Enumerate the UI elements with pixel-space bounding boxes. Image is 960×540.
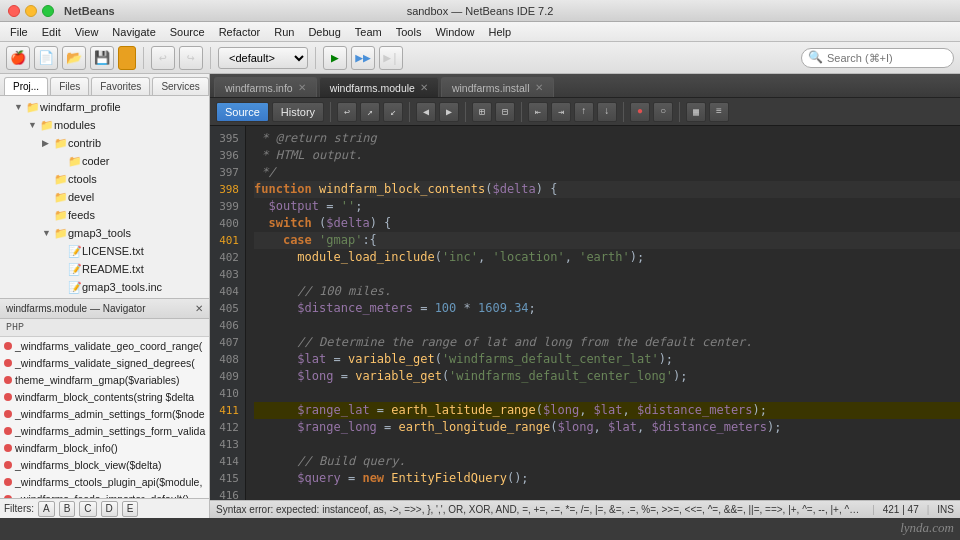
code-line-402: module_load_include('inc', 'location', '… — [254, 249, 960, 266]
tree-readme[interactable]: 📝 README.txt — [0, 260, 209, 278]
menu-item-team[interactable]: Team — [349, 22, 388, 42]
ed-btn-13[interactable]: ○ — [653, 102, 673, 122]
history-view-button[interactable]: History — [272, 102, 324, 122]
line-num-397: 397 — [216, 164, 239, 181]
ed-btn-7[interactable]: ⊟ — [495, 102, 515, 122]
filter-btn-a[interactable]: A — [38, 501, 55, 517]
tab-windfarms-install[interactable]: windfarms.install ✕ — [441, 77, 554, 97]
editor-toolbar: Source History ↩ ↗ ↙ ◀ ▶ ⊞ ⊟ ⇤ ⇥ ↑ ↓ ● ○… — [210, 98, 960, 126]
code-line-403 — [254, 266, 960, 283]
tree-ctools[interactable]: 📁 ctools — [0, 170, 209, 188]
menu-item-debug[interactable]: Debug — [302, 22, 346, 42]
filter-btn-c[interactable]: C — [79, 501, 96, 517]
nav-item-10[interactable]: _windfarms_feeds_importer_default() — [0, 490, 209, 498]
window-controls[interactable] — [8, 5, 54, 17]
nav-item-2[interactable]: _windfarms_validate_signed_degrees( — [0, 354, 209, 371]
ed-btn-1[interactable]: ↩ — [337, 102, 357, 122]
tab-close-3[interactable]: ✕ — [535, 82, 543, 93]
code-editor[interactable]: 395 396 397 398 399 400 401 402 403 404 … — [210, 126, 960, 500]
nav-item-6[interactable]: _windfarms_admin_settings_form_valida — [0, 422, 209, 439]
line-num-401: 401 — [216, 232, 239, 249]
minimize-button[interactable] — [25, 5, 37, 17]
ed-btn-8[interactable]: ⇤ — [528, 102, 548, 122]
redo-button[interactable]: ↪ — [179, 46, 203, 70]
new-file-button[interactable]: 📄 — [34, 46, 58, 70]
tab-files[interactable]: Files — [50, 77, 89, 95]
ed-btn-9[interactable]: ⇥ — [551, 102, 571, 122]
tab-projects[interactable]: Proj... — [4, 77, 48, 95]
nav-item-9[interactable]: _windfarms_ctools_plugin_api($module, — [0, 473, 209, 490]
tree-coder[interactable]: 📁 coder — [0, 152, 209, 170]
ed-btn-6[interactable]: ⊞ — [472, 102, 492, 122]
tab-close-1[interactable]: ✕ — [298, 82, 306, 93]
menu-item-tools[interactable]: Tools — [390, 22, 428, 42]
run-button[interactable]: ▶ — [323, 46, 347, 70]
line-num-400: 400 — [216, 215, 239, 232]
menu-item-view[interactable]: View — [69, 22, 105, 42]
menu-item-navigate[interactable]: Navigate — [106, 22, 161, 42]
tree-contrib[interactable]: ▶ 📁 contrib — [0, 134, 209, 152]
editor-toolbar-sep-1 — [330, 102, 331, 122]
nav-item-5[interactable]: _windfarms_admin_settings_form($node — [0, 405, 209, 422]
code-line-409: $long = variable_get('windfarms_default_… — [254, 368, 960, 385]
debug-button[interactable]: ▶▶ — [351, 46, 375, 70]
tab-close-2[interactable]: ✕ — [420, 82, 428, 93]
save-button[interactable]: 💾 — [90, 46, 114, 70]
tree-root[interactable]: ▼ 📁 windfarm_profile — [0, 98, 209, 116]
ed-btn-14[interactable]: ▦ — [686, 102, 706, 122]
menu-item-help[interactable]: Help — [483, 22, 518, 42]
toolbar-btn-2[interactable] — [118, 46, 136, 70]
menu-item-refactor[interactable]: Refactor — [213, 22, 267, 42]
nav-item-4[interactable]: windfarm_block_contents(string $delta — [0, 388, 209, 405]
navigator-panel: windfarms.module — Navigator ✕ PHP _wind… — [0, 298, 209, 518]
source-view-button[interactable]: Source — [216, 102, 269, 122]
tree-gmap3-inc[interactable]: 📝 gmap3_tools.inc — [0, 278, 209, 296]
menu-item-file[interactable]: File — [4, 22, 34, 42]
filter-btn-e[interactable]: E — [122, 501, 139, 517]
tree-gmap3-tools[interactable]: ▼ 📁 gmap3_tools — [0, 224, 209, 242]
tab-windfarms-module[interactable]: windfarms.module ✕ — [319, 77, 439, 97]
code-lines[interactable]: * @return string * HTML output. */ funct… — [246, 126, 960, 500]
tree-devel[interactable]: 📁 devel — [0, 188, 209, 206]
navigator-type: PHP — [0, 319, 209, 337]
ed-btn-2[interactable]: ↗ — [360, 102, 380, 122]
nav-item-3[interactable]: theme_windfarm_gmap($variables) — [0, 371, 209, 388]
tree-feeds-label: feeds — [68, 209, 95, 221]
tab-windfarms-info[interactable]: windfarms.info ✕ — [214, 77, 317, 97]
toolbar: 🍎 📄 📂 💾 ↩ ↪ <default> ▶ ▶▶ ▶| 🔍 — [0, 42, 960, 74]
ed-btn-15[interactable]: ≡ — [709, 102, 729, 122]
filter-btn-b[interactable]: B — [59, 501, 76, 517]
menu-item-window[interactable]: Window — [429, 22, 480, 42]
ed-btn-4[interactable]: ◀ — [416, 102, 436, 122]
config-select[interactable]: <default> — [218, 47, 308, 69]
nav-item-8[interactable]: _windfarms_block_view($delta) — [0, 456, 209, 473]
search-input[interactable] — [827, 52, 947, 64]
ed-btn-11[interactable]: ↓ — [597, 102, 617, 122]
tree-feeds[interactable]: 📁 feeds — [0, 206, 209, 224]
menu-item-run[interactable]: Run — [268, 22, 300, 42]
ed-btn-3[interactable]: ↙ — [383, 102, 403, 122]
ed-btn-5[interactable]: ▶ — [439, 102, 459, 122]
tab-favorites[interactable]: Favorites — [91, 77, 150, 95]
test-button[interactable]: ▶| — [379, 46, 403, 70]
tree-license[interactable]: 📝 LICENSE.txt — [0, 242, 209, 260]
open-file-button[interactable]: 📂 — [62, 46, 86, 70]
nav-item-7[interactable]: windfarm_block_info() — [0, 439, 209, 456]
status-sep-1: | — [872, 504, 875, 515]
undo-button[interactable]: ↩ — [151, 46, 175, 70]
ed-btn-10[interactable]: ↑ — [574, 102, 594, 122]
filters-label: Filters: — [4, 503, 34, 514]
navigator-close[interactable]: ✕ — [195, 303, 203, 314]
maximize-button[interactable] — [42, 5, 54, 17]
tree-modules[interactable]: ▼ 📁 modules — [0, 116, 209, 134]
toolbar-btn-1[interactable]: 🍎 — [6, 46, 30, 70]
tree-gmap3-label: gmap3_tools — [68, 227, 131, 239]
nav-item-1[interactable]: _windfarms_validate_geo_coord_range( — [0, 337, 209, 354]
tab-services[interactable]: Services — [152, 77, 208, 95]
ed-btn-12[interactable]: ● — [630, 102, 650, 122]
menu-item-source[interactable]: Source — [164, 22, 211, 42]
editor-tabs: windfarms.info ✕ windfarms.module ✕ wind… — [210, 74, 960, 98]
close-button[interactable] — [8, 5, 20, 17]
filter-btn-d[interactable]: D — [101, 501, 118, 517]
menu-item-edit[interactable]: Edit — [36, 22, 67, 42]
